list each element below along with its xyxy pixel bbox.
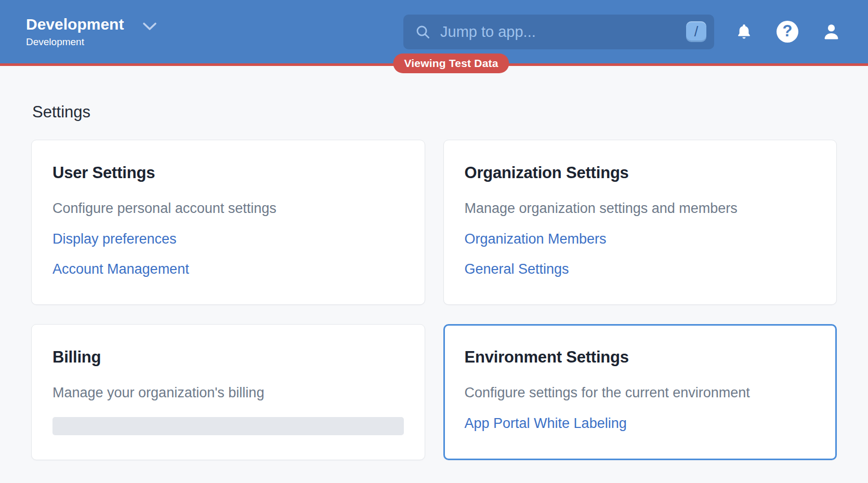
card-environment-settings: Environment Settings Configure settings … bbox=[443, 324, 837, 460]
page-title: Settings bbox=[32, 104, 837, 120]
link-account-management[interactable]: Account Management bbox=[52, 261, 189, 277]
card-billing: Billing Manage your organization's billi… bbox=[31, 324, 425, 460]
user-profile-icon[interactable] bbox=[822, 22, 841, 42]
link-app-portal-white-labeling[interactable]: App Portal White Labeling bbox=[465, 415, 627, 432]
card-description: Configure personal account settings bbox=[52, 200, 404, 217]
card-title: Billing bbox=[52, 347, 404, 367]
chevron-down-icon bbox=[142, 22, 157, 33]
card-organization-settings: Organization Settings Manage organizatio… bbox=[443, 140, 837, 305]
card-description: Configure settings for the current envir… bbox=[465, 384, 816, 401]
settings-page: Settings User Settings Configure persona… bbox=[0, 104, 868, 460]
card-user-settings: User Settings Configure personal account… bbox=[31, 140, 425, 305]
card-title: Organization Settings bbox=[465, 163, 816, 182]
link-display-preferences[interactable]: Display preferences bbox=[52, 231, 177, 247]
slash-shortcut-key: / bbox=[686, 21, 706, 42]
link-general-settings[interactable]: General Settings bbox=[465, 261, 569, 277]
nav-icon-cluster: ? bbox=[735, 21, 841, 43]
card-description: Manage your organization's billing bbox=[52, 384, 404, 401]
jump-to-app-search[interactable]: / bbox=[403, 15, 714, 49]
environment-name: Development bbox=[26, 16, 124, 34]
viewing-test-data-badge: Viewing Test Data bbox=[393, 53, 509, 73]
environment-sublabel: Development bbox=[26, 36, 124, 48]
help-icon[interactable]: ? bbox=[777, 21, 798, 43]
billing-loading-skeleton bbox=[52, 417, 404, 435]
notifications-bell-icon[interactable] bbox=[735, 23, 753, 41]
search-input[interactable] bbox=[439, 23, 678, 41]
search-icon bbox=[415, 24, 431, 40]
card-title: Environment Settings bbox=[465, 347, 816, 367]
help-glyph: ? bbox=[783, 22, 793, 41]
environment-switcher[interactable]: Development Development bbox=[26, 16, 157, 48]
card-description: Manage organization settings and members bbox=[465, 200, 816, 217]
settings-cards-grid: User Settings Configure personal account… bbox=[31, 140, 837, 460]
link-organization-members[interactable]: Organization Members bbox=[465, 231, 607, 247]
environment-switcher-text: Development Development bbox=[26, 16, 124, 48]
card-title: User Settings bbox=[52, 163, 404, 182]
